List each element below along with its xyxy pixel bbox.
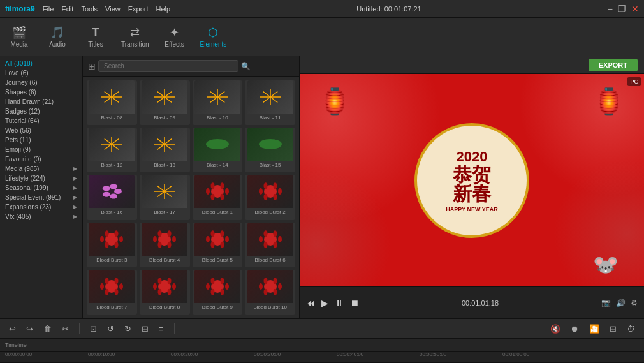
- element-item-blood-burst-8[interactable]: Blood Burst 8: [140, 270, 190, 315]
- element-item-blast-16[interactable]: Blast - 16: [87, 175, 137, 219]
- volume-button[interactable]: 🔊: [616, 299, 626, 307]
- elements-grid: Blast - 08Blast - 09Blast - 10Blast - 11…: [83, 77, 299, 318]
- search-bar: ⊞ 🔍: [83, 56, 299, 77]
- element-thumb-blood-burst-8: [142, 270, 187, 303]
- play-button[interactable]: ▶: [321, 298, 328, 308]
- grid-view-icon[interactable]: ⊞: [88, 61, 96, 71]
- separator2: [174, 323, 175, 334]
- svg-point-109: [100, 283, 104, 290]
- element-label-blood-burst-5: Blood Burst 5: [193, 256, 243, 265]
- sidebar-item-all[interactable]: All (3018): [0, 59, 82, 68]
- element-item-blood-burst-9[interactable]: Blood Burst 9: [193, 270, 243, 315]
- sidebar-item-lifestyle[interactable]: Lifestyle (224) ▶: [0, 174, 82, 183]
- search-icon[interactable]: 🔍: [241, 62, 251, 71]
- sidebar-item-journey[interactable]: Journey (6): [0, 78, 82, 87]
- sidebar-item-love[interactable]: Love (6): [0, 68, 82, 78]
- svg-point-97: [220, 230, 224, 237]
- tool-audio[interactable]: 🎵 Audio: [45, 26, 70, 48]
- crop-button[interactable]: ⊡: [87, 323, 99, 335]
- sidebar-item-tutorial[interactable]: Tutorial (64): [0, 116, 82, 126]
- speed-button[interactable]: ≡: [156, 323, 166, 335]
- cut-button[interactable]: ✂: [59, 323, 71, 335]
- pause-button[interactable]: ⏸: [335, 298, 344, 308]
- element-item-blast-13[interactable]: Blast - 13: [140, 128, 190, 172]
- sidebar-item-vfx[interactable]: Vfx (405) ▶: [0, 212, 82, 221]
- svg-line-3: [105, 97, 112, 102]
- menu-file[interactable]: File: [43, 5, 54, 13]
- mute-button[interactable]: 🔇: [548, 323, 563, 335]
- element-label-blast-17: Blast - 17: [140, 208, 190, 217]
- element-item-blood-burst-2[interactable]: Blood Burst 2: [245, 175, 295, 219]
- sidebar-item-pets[interactable]: Pets (11): [0, 135, 82, 145]
- element-item-blood-burst-7[interactable]: Blood Burst 7: [87, 270, 137, 315]
- chevron-right-icon: ▶: [73, 175, 77, 181]
- element-label-blood-burst-8: Blood Burst 8: [140, 303, 190, 312]
- element-item-blood-burst-1[interactable]: Blood Burst 1: [193, 175, 243, 219]
- redo-button[interactable]: ↪: [24, 323, 36, 335]
- element-label-blast-08: Blast - 08: [87, 114, 137, 122]
- svg-line-62: [165, 186, 172, 191]
- export-button[interactable]: EXPORT: [589, 59, 638, 71]
- rotate-right-button[interactable]: ↻: [122, 323, 134, 335]
- timer-button[interactable]: ⏱: [624, 323, 638, 335]
- svg-line-17: [217, 97, 224, 102]
- element-item-blast-11[interactable]: Blast - 11: [245, 80, 295, 125]
- rotate-left-button[interactable]: ↺: [105, 323, 117, 335]
- menu-help[interactable]: Help: [156, 5, 171, 13]
- element-item-blast-08[interactable]: Blast - 08: [87, 80, 137, 125]
- tool-effects[interactable]: ✦ Effects: [162, 26, 187, 48]
- menu-tools[interactable]: Tools: [81, 5, 98, 13]
- snapshot-button[interactable]: 📷: [601, 299, 611, 307]
- capture-button[interactable]: 🎦: [587, 323, 602, 335]
- sidebar-item-special-event[interactable]: Special Event (991) ▶: [0, 193, 82, 202]
- menu-export[interactable]: Export: [128, 5, 149, 13]
- svg-point-121: [220, 288, 224, 295]
- element-item-blast-12[interactable]: Blast - 12: [87, 128, 137, 172]
- preview-right-controls: 📷 🔊 ⚙: [601, 299, 638, 307]
- sidebar-item-favourite[interactable]: Favourite (0): [0, 154, 82, 164]
- sidebar-item-web[interactable]: Web (56): [0, 126, 82, 135]
- sidebar-item-emoji[interactable]: Emoji (9): [0, 145, 82, 154]
- restore-button[interactable]: ❐: [618, 4, 626, 14]
- element-item-blood-burst-10[interactable]: Blood Burst 10: [245, 270, 295, 315]
- playback-controls: ⏮ ▶ ⏸ ⏹: [306, 298, 359, 308]
- sidebar-item-media[interactable]: Media (985) ▶: [0, 164, 82, 174]
- element-item-blast-14[interactable]: Blast - 14: [193, 128, 243, 172]
- tool-media[interactable]: 🎬 Media: [6, 26, 32, 48]
- search-input[interactable]: [98, 60, 238, 72]
- tool-transition[interactable]: ⇄ Transition: [121, 26, 149, 48]
- sidebar-item-badges[interactable]: Badges (12): [0, 107, 82, 116]
- element-item-blast-15[interactable]: Blast - 15: [245, 128, 295, 172]
- menu-edit[interactable]: Edit: [61, 5, 73, 13]
- minimize-button[interactable]: −: [608, 4, 613, 14]
- element-item-blood-burst-4[interactable]: Blood Burst 4: [140, 223, 190, 267]
- split-button[interactable]: ⊞: [139, 323, 151, 335]
- skip-back-button[interactable]: ⏮: [306, 298, 315, 308]
- element-thumb-blood-burst-7: [89, 270, 135, 303]
- element-item-blood-burst-3[interactable]: Blood Burst 3: [87, 223, 137, 267]
- stop-button[interactable]: ⏹: [350, 298, 359, 308]
- element-item-blast-17[interactable]: Blast - 17: [140, 175, 190, 219]
- bottom-toolbar: ↩ ↪ 🗑 ✂ ⊡ ↺ ↻ ⊞ ≡ 🔇 ⏺ 🎦 ⊞ ⏱: [0, 318, 644, 339]
- element-item-blast-09[interactable]: Blast - 09: [140, 80, 190, 125]
- close-button[interactable]: ✕: [631, 4, 639, 14]
- sidebar-item-expansions[interactable]: Expansions (23) ▶: [0, 202, 82, 212]
- sidebar-item-handdrawn[interactable]: Hand Drawn (21): [0, 97, 82, 107]
- record-button[interactable]: ⏺: [568, 323, 582, 335]
- undo-button[interactable]: ↩: [6, 323, 18, 335]
- svg-point-111: [115, 278, 119, 284]
- tool-titles[interactable]: T Titles: [83, 26, 108, 48]
- element-item-blast-10[interactable]: Blast - 10: [193, 80, 243, 125]
- svg-line-41: [165, 144, 172, 149]
- pip-button[interactable]: ⊞: [607, 323, 619, 335]
- sidebar-item-seasonal[interactable]: Seasonal (199) ▶: [0, 183, 82, 193]
- delete-button[interactable]: 🗑: [41, 323, 54, 335]
- svg-line-56: [165, 191, 172, 196]
- tool-elements[interactable]: ⬡ Elements: [200, 26, 227, 48]
- element-label-blood-burst-2: Blood Burst 2: [245, 208, 295, 217]
- settings-icon[interactable]: ⚙: [631, 299, 638, 307]
- element-item-blood-burst-6[interactable]: Blood Burst 6: [245, 223, 295, 267]
- element-item-blood-burst-5[interactable]: Blood Burst 5: [193, 223, 243, 267]
- sidebar-item-shapes[interactable]: Shapes (6): [0, 87, 82, 97]
- menu-view[interactable]: View: [105, 5, 121, 13]
